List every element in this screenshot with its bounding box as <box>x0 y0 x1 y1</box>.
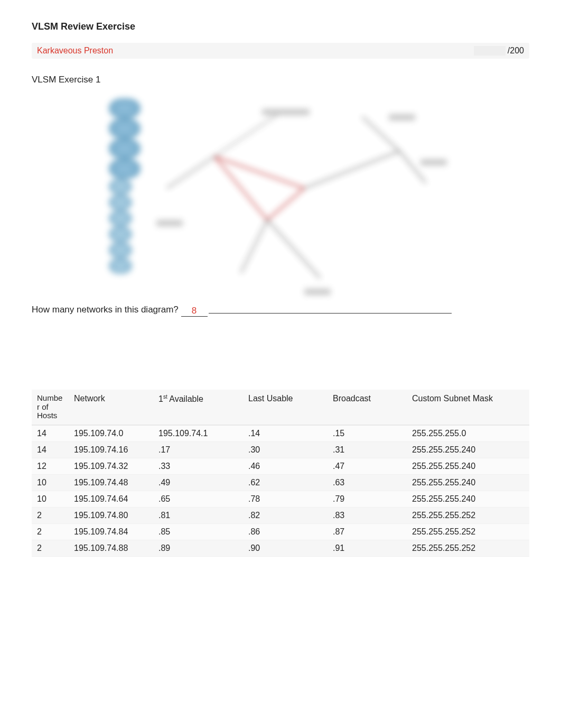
cell-first: .65 <box>153 491 243 507</box>
diagram-links <box>109 98 452 294</box>
col-header-mask: Custom Subnet Mask <box>407 390 529 425</box>
cell-network: 195.109.74.32 <box>69 458 153 474</box>
cell-hosts: 10 <box>32 474 69 491</box>
svg-line-2 <box>267 188 304 220</box>
cell-mask: 255.255.255.252 <box>407 540 529 556</box>
cell-hosts: 2 <box>32 540 69 556</box>
cell-network: 195.109.74.80 <box>69 507 153 523</box>
table-row: 14195.109.74.16.17.30.31255.255.255.240 <box>32 441 529 458</box>
cell-broadcast: .15 <box>328 425 407 442</box>
cell-last: .82 <box>243 507 328 523</box>
cell-first: .17 <box>153 441 243 458</box>
svg-line-8 <box>399 151 426 183</box>
answer-blank: 8 <box>181 306 208 317</box>
cell-first: 195.109.74.1 <box>153 425 243 442</box>
col-header-first: 1st Available <box>153 390 243 425</box>
cell-first: .89 <box>153 540 243 556</box>
cell-mask: 255.255.255.240 <box>407 441 529 458</box>
cell-network: 195.109.74.0 <box>69 425 153 442</box>
cell-broadcast: .31 <box>328 441 407 458</box>
table-body: 14195.109.74.0195.109.74.1.14.15255.255.… <box>32 425 529 557</box>
score-total: /200 <box>508 46 524 56</box>
cell-last: .90 <box>243 540 328 556</box>
cell-first: .81 <box>153 507 243 523</box>
table-header-row: Numbe r of Hosts Network 1st Available L… <box>32 390 529 425</box>
cell-last: .78 <box>243 491 328 507</box>
col-header-hosts-l1: Numbe <box>37 393 62 402</box>
cell-hosts: 14 <box>32 425 69 442</box>
answer-value: 8 <box>192 306 197 316</box>
cell-broadcast: .87 <box>328 523 407 540</box>
cell-network: 195.109.74.64 <box>69 491 153 507</box>
cell-hosts: 2 <box>32 507 69 523</box>
cell-broadcast: .63 <box>328 474 407 491</box>
table-row: 2195.109.74.80.81.82.83255.255.255.252 <box>32 507 529 523</box>
cell-mask: 255.255.255.0 <box>407 425 529 442</box>
cell-network: 195.109.74.88 <box>69 540 153 556</box>
cell-broadcast: .83 <box>328 507 407 523</box>
cell-mask: 255.255.255.240 <box>407 491 529 507</box>
cell-broadcast: .79 <box>328 491 407 507</box>
cell-last: .30 <box>243 441 328 458</box>
svg-line-9 <box>214 114 278 156</box>
col-header-hosts-l2: r of <box>37 402 49 411</box>
col-header-broadcast: Broadcast <box>328 390 407 425</box>
svg-line-6 <box>267 220 320 278</box>
table-row: 2195.109.74.88.89.90.91255.255.255.252 <box>32 540 529 556</box>
col-header-network: Network <box>69 390 153 425</box>
table-row: 10195.109.74.48.49.62.63255.255.255.240 <box>32 474 529 491</box>
page-title: VLSM Review Exercise <box>32 21 529 32</box>
name-score-row: Karkaveous Preston /200 <box>32 43 529 59</box>
cell-last: .14 <box>243 425 328 442</box>
section-subtitle: VLSM Exercise 1 <box>32 75 529 85</box>
answer-line-extension <box>209 313 452 314</box>
cell-first: .85 <box>153 523 243 540</box>
table-row: 10195.109.74.64.65.78.79255.255.255.240 <box>32 491 529 507</box>
cell-mask: 255.255.255.252 <box>407 523 529 540</box>
cell-mask: 255.255.255.240 <box>407 474 529 491</box>
cell-broadcast: .47 <box>328 458 407 474</box>
network-diagram <box>109 98 452 294</box>
cell-hosts: 10 <box>32 491 69 507</box>
score-blank <box>474 46 506 56</box>
svg-line-3 <box>304 151 399 188</box>
svg-line-7 <box>362 117 399 151</box>
cell-broadcast: .91 <box>328 540 407 556</box>
col-header-hosts: Numbe r of Hosts <box>32 390 69 425</box>
cell-last: .86 <box>243 523 328 540</box>
question-text: How many networks in this diagram? <box>32 305 181 315</box>
col-header-hosts-l3: Hosts <box>37 411 57 420</box>
table-row: 12195.109.74.32.33.46.47255.255.255.240 <box>32 458 529 474</box>
svg-line-4 <box>167 156 214 188</box>
table-row: 14195.109.74.0195.109.74.1.14.15255.255.… <box>32 425 529 442</box>
cell-hosts: 14 <box>32 441 69 458</box>
cell-network: 195.109.74.16 <box>69 441 153 458</box>
svg-line-5 <box>241 220 267 273</box>
cell-first: .33 <box>153 458 243 474</box>
question-networks-count: How many networks in this diagram? 8 <box>32 305 529 316</box>
cell-network: 195.109.74.84 <box>69 523 153 540</box>
subnet-table: Numbe r of Hosts Network 1st Available L… <box>32 390 529 557</box>
cell-last: .62 <box>243 474 328 491</box>
student-name: Karkaveous Preston <box>37 46 474 56</box>
table-row: 2195.109.74.84.85.86.87255.255.255.252 <box>32 523 529 540</box>
cell-hosts: 12 <box>32 458 69 474</box>
col-header-last: Last Usable <box>243 390 328 425</box>
cell-mask: 255.255.255.240 <box>407 458 529 474</box>
cell-network: 195.109.74.48 <box>69 474 153 491</box>
cell-mask: 255.255.255.252 <box>407 507 529 523</box>
cell-first: .49 <box>153 474 243 491</box>
cell-hosts: 2 <box>32 523 69 540</box>
cell-last: .46 <box>243 458 328 474</box>
